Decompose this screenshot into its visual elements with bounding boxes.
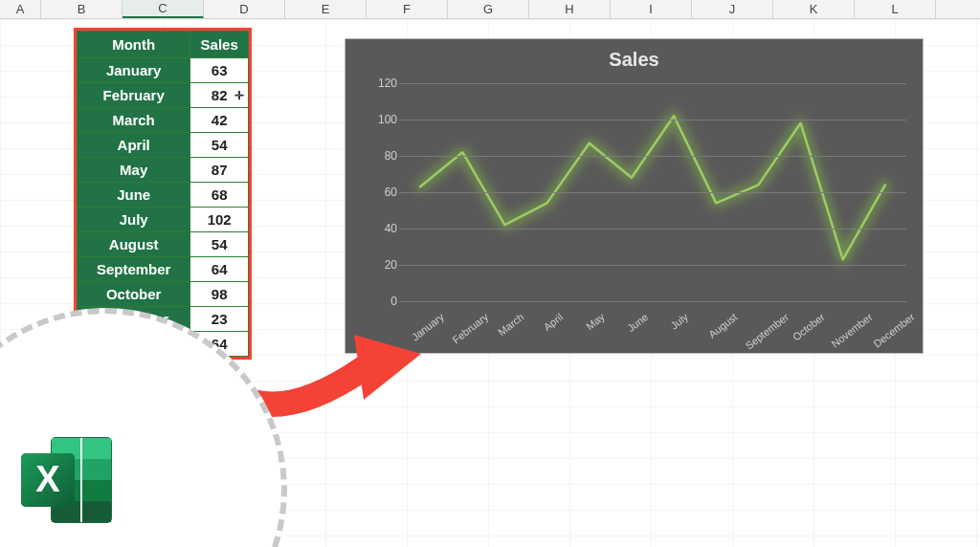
chart-gridline (399, 301, 906, 302)
chart-x-tick: September (744, 311, 791, 352)
chart-gridline (399, 83, 906, 84)
chart-gridline (399, 156, 906, 157)
table-header-sales: Sales (190, 32, 249, 58)
excel-logo-icon: X (17, 432, 118, 528)
cell-month[interactable]: April (78, 133, 190, 158)
table-row[interactable]: March42 (78, 108, 249, 133)
column-header-B[interactable]: B (41, 0, 122, 18)
chart-title: Sales (345, 39, 923, 71)
chart-gridline (399, 192, 906, 193)
column-header-L[interactable]: L (855, 0, 936, 18)
column-header-K[interactable]: K (773, 0, 855, 18)
cell-month[interactable]: October (78, 282, 190, 307)
cell-month[interactable]: July (78, 208, 190, 232)
table-row[interactable]: January63 (78, 58, 249, 83)
cell-month[interactable]: March (78, 108, 190, 133)
column-header-J[interactable]: J (692, 0, 773, 18)
table-row[interactable]: February82✛ (78, 83, 249, 108)
cell-sales[interactable]: 23 (190, 307, 249, 332)
cell-sales[interactable]: 68 (190, 183, 249, 208)
chart-x-tick: December (871, 311, 916, 350)
chart-x-tick: November (829, 311, 874, 350)
cell-month[interactable]: January (78, 58, 190, 83)
table-row[interactable]: September64 (78, 257, 249, 282)
column-header-H[interactable]: H (529, 0, 611, 18)
chart-x-tick: June (625, 311, 650, 334)
excel-logo-letter: X (35, 459, 60, 499)
chart-gridline (399, 120, 906, 120)
cell-month[interactable]: May (78, 158, 190, 183)
cell-cursor-icon: ✛ (234, 89, 244, 102)
table-header-month: Month (78, 32, 190, 58)
cell-month[interactable]: June (78, 183, 190, 208)
cell-sales[interactable]: 64 (190, 257, 249, 282)
column-header-C[interactable]: C (122, 0, 204, 18)
table-row[interactable]: July102 (78, 208, 249, 232)
cell-sales[interactable]: 98 (190, 282, 249, 307)
chart-x-tick: October (790, 311, 826, 343)
chart-x-tick: January (410, 311, 446, 343)
chart-x-tick: February (451, 311, 491, 346)
sales-line-chart[interactable]: Sales 020406080100120 JanuaryFebruaryMar… (345, 38, 924, 354)
column-header-E[interactable]: E (285, 0, 367, 18)
chart-gridline (399, 229, 906, 230)
table-row[interactable]: August54 (78, 232, 249, 257)
column-header-I[interactable]: I (611, 0, 692, 18)
cell-sales[interactable]: 87 (190, 158, 249, 183)
column-header-D[interactable]: D (204, 0, 285, 18)
chart-y-tick: 80 (361, 149, 397, 163)
table-row[interactable]: October98 (78, 282, 249, 307)
column-header-row: ABCDEFGHIJKL (0, 0, 980, 19)
cell-month[interactable]: August (78, 232, 190, 257)
cell-sales[interactable]: 102 (190, 208, 249, 232)
column-header-F[interactable]: F (367, 0, 448, 18)
chart-y-tick: 20 (361, 258, 397, 272)
chart-x-tick: July (668, 311, 690, 332)
cell-sales[interactable]: 42 (190, 108, 249, 133)
column-header-A[interactable]: A (0, 0, 41, 18)
chart-y-tick: 100 (361, 113, 397, 126)
cell-sales[interactable]: 82✛ (190, 83, 249, 108)
cell-month[interactable]: September (78, 257, 190, 282)
chart-x-tick: May (584, 311, 607, 332)
table-row[interactable]: May87 (78, 158, 249, 183)
chart-y-tick: 0 (361, 295, 397, 308)
cell-sales[interactable]: 54 (190, 232, 249, 257)
chart-x-tick: March (497, 311, 526, 338)
chart-x-tick: August (706, 311, 739, 340)
table-row[interactable]: June68 (78, 183, 249, 208)
cell-month[interactable]: February (78, 83, 190, 108)
chart-plot-area (399, 83, 906, 301)
chart-x-tick: April (541, 311, 565, 333)
chart-y-axis: 020406080100120 (361, 77, 397, 301)
cell-sales[interactable]: 54 (190, 133, 249, 158)
cell-sales[interactable]: 63 (190, 58, 249, 83)
chart-gridline (399, 265, 906, 266)
chart-x-axis: JanuaryFebruaryMarchAprilMayJuneJulyAugu… (399, 303, 906, 355)
chart-y-tick: 60 (361, 186, 397, 199)
column-header-G[interactable]: G (448, 0, 529, 18)
chart-y-tick: 40 (361, 222, 397, 235)
table-row[interactable]: April54 (78, 133, 249, 158)
chart-y-tick: 120 (361, 77, 397, 90)
